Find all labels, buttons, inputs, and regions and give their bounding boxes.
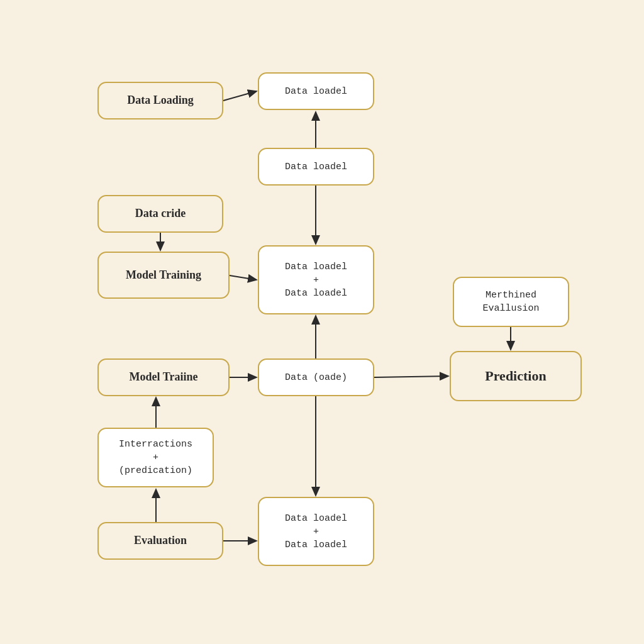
data-oade-node: Data (oade)	[258, 358, 374, 396]
prediction-node: Prediction	[450, 351, 582, 401]
merthined-evallusion-node: MerthinedEvallusion	[453, 277, 569, 327]
data-loading-node: Data Loading	[97, 82, 223, 119]
data-loader-top-node: Data loadel	[258, 72, 374, 110]
svg-line-1	[223, 91, 257, 101]
svg-line-5	[230, 275, 257, 280]
data-loader-combined-node: Data loadel+Data loadel	[258, 245, 374, 314]
evaluation-node: Evaluation	[97, 522, 223, 560]
model-training-node: Model Training	[97, 252, 230, 299]
svg-line-8	[374, 376, 448, 377]
data-loader-mid-node: Data loadel	[258, 148, 374, 186]
interactions-node: Interractions+(predication)	[97, 428, 214, 487]
model-traiine-node: Model Traiine	[97, 358, 230, 396]
data-loader-bottom-node: Data loadel+Data loadel	[258, 497, 374, 566]
data-cride-node: Data cride	[97, 195, 223, 233]
diagram: Data Loading Data loadel Data loadel Dat…	[0, 0, 644, 644]
